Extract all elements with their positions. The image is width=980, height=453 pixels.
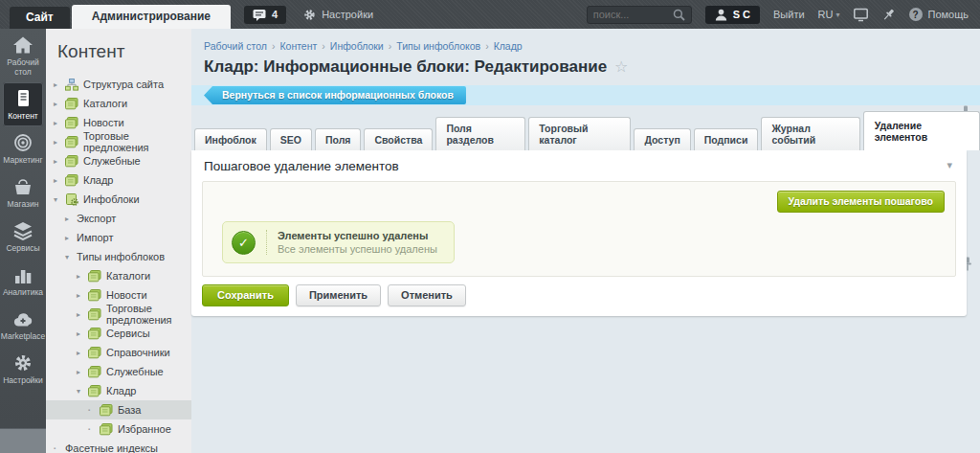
logout-link[interactable]: Выйти (773, 9, 805, 20)
help-button[interactable]: ? Помощь (909, 8, 969, 21)
expand-arrow-icon[interactable]: ▸ (77, 368, 88, 376)
sidebar-item-types-refs[interactable]: ▸Справочники (46, 343, 191, 362)
notifications-button[interactable]: 4 (244, 6, 286, 24)
rail-item-label: Сервисы (6, 243, 39, 253)
sidebar-item-types-offers[interactable]: ▸Торговые предложения (46, 305, 191, 324)
tab-captions[interactable]: Подписи (694, 128, 759, 150)
tab-event-log[interactable]: Журнал событий (761, 117, 859, 150)
rail-item-services[interactable]: Сервисы (0, 215, 46, 259)
rail-item-settings[interactable]: Настройки (0, 347, 46, 391)
rail-item-store[interactable]: Магазин (0, 170, 46, 215)
tab-access[interactable]: Доступ (634, 128, 690, 150)
sidebar-item-offers[interactable]: ▸Торговые предложения (46, 132, 191, 151)
sidebar-item-infoblocks[interactable]: ▾Инфоблоки (46, 190, 191, 209)
language-selector[interactable]: RU ▾ (818, 9, 840, 20)
rail-item-content[interactable]: Контент (3, 82, 43, 126)
sidebar-item-label: Избранное (118, 423, 171, 435)
sidebar-item-types-catalogs[interactable]: ▸Каталоги (46, 266, 191, 285)
rail-item-marketplace[interactable]: Marketplace (0, 303, 46, 347)
desktop-view-icon[interactable] (854, 8, 868, 22)
favorite-star-icon[interactable]: ☆ (614, 59, 628, 75)
tab-delete-elements[interactable]: Удаление элементов (863, 111, 980, 150)
expand-arrow-icon[interactable]: ▸ (54, 100, 65, 108)
rail-item-marketing[interactable]: Маркетинг (0, 126, 46, 170)
rail-item-analytics[interactable]: Аналитика (0, 259, 46, 303)
document-icon (88, 385, 101, 397)
apply-button[interactable]: Применить (296, 284, 381, 306)
expand-arrow-icon[interactable]: ▸ (77, 291, 88, 300)
sidebar-item-site-structure[interactable]: ▸Структура сайта (46, 75, 191, 94)
sidebar-item-types-news[interactable]: ▸Новости (46, 285, 191, 305)
expand-arrow-icon[interactable]: ▸ (77, 272, 88, 281)
collapse-arrow-icon[interactable]: ▾ (65, 253, 77, 261)
search-box (587, 6, 692, 24)
sidebar-item-types-kladr[interactable]: ▾Кладр (46, 381, 191, 400)
expand-arrow-icon[interactable]: ▸ (77, 310, 88, 319)
expand-arrow-icon[interactable]: ▸ (65, 234, 77, 242)
form-footer: Сохранить Применить Отменить (191, 277, 967, 316)
breadcrumb-link[interactable]: Кладр (494, 40, 523, 52)
expand-arrow-icon[interactable]: ▸ (54, 176, 65, 185)
expand-arrow-icon[interactable]: ▸ (65, 215, 77, 223)
sidebar-item-favorites[interactable]: ▪Избранное (46, 419, 191, 439)
home-icon (12, 35, 33, 55)
tab-admin[interactable]: Администрирование (72, 5, 231, 29)
tab-seo[interactable]: SEO (270, 128, 312, 150)
breadcrumb-link[interactable]: Контент (279, 40, 317, 52)
breadcrumb-link[interactable]: Инфоблоки (330, 40, 384, 52)
return-band: Вернуться в список информационных блоков (191, 85, 980, 105)
delete-elements-button[interactable]: Удалить элементы пошагово (777, 191, 946, 213)
cancel-button[interactable]: Отменить (388, 284, 466, 306)
gear-icon (303, 9, 316, 21)
search-input[interactable] (593, 9, 673, 20)
rail-item-label: Рабочий стол (2, 57, 44, 77)
sidebar-item-kladr[interactable]: ▸Кладр (46, 170, 191, 190)
tab-trade-catalog[interactable]: Торговый каталог (528, 117, 631, 150)
search-icon[interactable] (673, 9, 685, 21)
sidebar-item-label: Новости (83, 117, 124, 128)
expand-arrow-icon[interactable]: ▸ (54, 138, 65, 147)
left-rail: Рабочий столКонтентМаркетингМагазинСерви… (0, 29, 46, 453)
rail-item-desktop[interactable]: Рабочий стол (0, 29, 46, 82)
breadcrumb-link[interactable]: Типы инфоблоков (396, 40, 480, 52)
sidebar-item-types-service[interactable]: ▸Служебные (46, 362, 191, 381)
expand-arrow-icon[interactable]: ▸ (54, 157, 65, 166)
collapse-arrow-icon[interactable]: ▾ (77, 387, 88, 396)
sidebar-item-news[interactable]: ▸Новости (46, 113, 191, 132)
sidebar-item-service[interactable]: ▸Служебные (46, 151, 191, 170)
expand-arrow-icon[interactable]: ▸ (77, 329, 88, 338)
expand-arrow-icon[interactable]: ▸ (54, 119, 65, 127)
tab-section-fields[interactable]: Поля разделов (435, 117, 525, 150)
sidebar-item-label: Импорт (77, 232, 113, 243)
sidebar-item-types-services[interactable]: ▸Сервисы (46, 324, 191, 343)
sidebar-item-catalogs[interactable]: ▸Каталоги (46, 94, 191, 113)
collapse-arrow-icon[interactable]: ▾ (54, 195, 65, 204)
user-menu-button[interactable]: S C (705, 6, 760, 24)
collapse-section-icon[interactable]: ▾ (947, 159, 952, 171)
sidebar-item-base[interactable]: ▪База (46, 400, 191, 419)
basket-icon (12, 177, 33, 196)
bullet-icon: ▪ (54, 445, 65, 451)
main-area: Рабочий стол›Контент›Инфоблоки›Типы инфо… (191, 29, 980, 453)
tab-properties[interactable]: Свойства (364, 128, 433, 150)
tab-infoblock[interactable]: Инфоблок (194, 128, 267, 150)
user-initials: S C (733, 9, 750, 20)
sidebar-item-export[interactable]: ▸Экспорт (46, 209, 191, 228)
return-to-list-button[interactable]: Вернуться в список информационных блоков (204, 86, 466, 104)
breadcrumb-separator: › (272, 40, 276, 52)
tab-site[interactable]: Сайт (10, 7, 70, 29)
breadcrumb-link[interactable]: Рабочий стол (204, 40, 267, 52)
expand-arrow-icon[interactable]: ▸ (77, 349, 88, 357)
save-button[interactable]: Сохранить (202, 284, 289, 306)
expand-arrow-icon[interactable]: ▸ (54, 80, 65, 89)
sidebar-item-infoblock-types[interactable]: ▾Типы инфоблоков (46, 247, 191, 266)
sidebar-item-facet-indexes[interactable]: ▪Фасетные индексы (46, 439, 191, 453)
question-icon: ? (909, 8, 923, 21)
pin-icon[interactable] (881, 8, 896, 22)
sidebar-item-import[interactable]: ▸Импорт (46, 228, 191, 247)
document-icon (65, 117, 78, 129)
sidebar-item-label: Типы инфоблоков (77, 251, 165, 262)
tab-fields[interactable]: Поля (315, 128, 362, 150)
settings-button[interactable]: Настройки (303, 9, 373, 21)
page-title: Кладр: Информационные блоки: Редактирова… (204, 57, 607, 77)
